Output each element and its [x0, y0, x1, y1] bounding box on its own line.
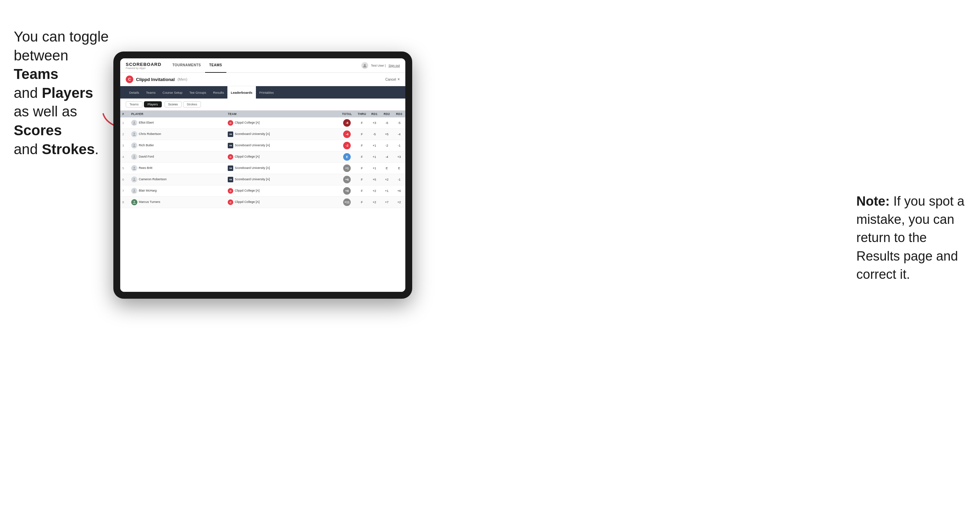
cell-player: Chris Robertson: [129, 129, 226, 140]
svg-point-6: [134, 167, 135, 168]
annotation-line2: between: [14, 48, 68, 63]
toggle-area: Teams Players Scores Strokes: [120, 98, 405, 111]
cell-rd2: -2: [380, 140, 393, 151]
col-rd3: RD3: [393, 111, 405, 117]
team-logo-c: C: [228, 120, 233, 125]
cell-rd3: +6: [393, 186, 405, 197]
team-logo-c: C: [228, 154, 233, 160]
table-row: 7Blair McHargCClippd College [A]+8F+2+1+…: [120, 186, 405, 197]
tab-leaderboards[interactable]: Leaderboards: [228, 86, 256, 98]
annotation-period: .: [95, 141, 99, 157]
cell-rd3: -1: [393, 140, 405, 151]
right-annotation: Note: If you spot a mistake, you can ret…: [856, 192, 966, 284]
cell-team: CClippd College [A]: [226, 151, 338, 163]
cell-rd1: +2: [368, 186, 380, 197]
tablet-frame: SCOREBOARD Powered by clippd TOURNAMENTS…: [113, 51, 412, 299]
powered-by: Powered by clippd: [126, 67, 161, 69]
player-avatar-icon: [131, 131, 137, 137]
table-row: 5Rees BrittSBScoreboard University [A]+1…: [120, 163, 405, 174]
scores-toggle[interactable]: Scores: [164, 101, 182, 108]
cell-rank: 1: [120, 117, 129, 129]
cell-player: Rich Butler: [129, 140, 226, 151]
svg-point-4: [134, 144, 135, 146]
table-row: 3Rich ButlerSBScoreboard University [A]-…: [120, 140, 405, 151]
tab-tee-groups[interactable]: Tee Groups: [186, 86, 210, 98]
tab-printables[interactable]: Printables: [256, 86, 277, 98]
cell-rd1: +1: [368, 151, 380, 163]
tournament-name: Clippd Invitational: [136, 77, 175, 82]
nav-teams[interactable]: TEAMS: [205, 58, 226, 73]
cell-rank: 5: [120, 163, 129, 174]
leaderboard-table: # PLAYER TEAM TOTAL THRU RD1 RD2 RD3 1El…: [120, 111, 405, 292]
cell-thru: F: [356, 117, 368, 129]
players-toggle[interactable]: Players: [144, 101, 162, 108]
cell-rd3: +2: [393, 197, 405, 208]
score-badge: E: [343, 153, 351, 161]
cell-rank: 7: [120, 186, 129, 197]
table-header-row: # PLAYER TEAM TOTAL THRU RD1 RD2 RD3: [120, 111, 405, 117]
cell-rd3: -4: [393, 129, 405, 140]
table-row: 4David FordCClippd College [A]EF+1-4+3: [120, 151, 405, 163]
app-logo: SCOREBOARD: [126, 62, 161, 67]
cell-player: Elliot Ebert: [129, 117, 226, 129]
cell-rd2: +7: [380, 197, 393, 208]
player-avatar-icon: [131, 188, 137, 194]
tab-course-setup[interactable]: Course Setup: [159, 86, 186, 98]
cell-team: SBScoreboard University [A]: [226, 129, 338, 140]
sub-nav: Details Teams Course Setup Tee Groups Re…: [120, 86, 405, 98]
svg-point-7: [134, 178, 135, 179]
cell-rd1: +1: [368, 163, 380, 174]
teams-bold: Teams: [14, 66, 58, 82]
score-badge: +8: [343, 187, 351, 195]
cell-rd1: +3: [368, 117, 380, 129]
tab-details[interactable]: Details: [126, 86, 143, 98]
cell-rd3: -5: [393, 117, 405, 129]
table-row: 6Cameron RobertsonSBScoreboard Universit…: [120, 174, 405, 186]
svg-point-5: [134, 156, 135, 157]
nav-tournaments[interactable]: TOURNAMENTS: [168, 58, 205, 73]
players-bold: Players: [42, 85, 93, 101]
cell-total: +1: [338, 163, 356, 174]
svg-point-9: [134, 201, 135, 202]
cell-total: +8: [338, 186, 356, 197]
team-logo-c: C: [228, 188, 233, 194]
player-avatar-icon: [131, 176, 137, 183]
team-logo-sb: SB: [228, 165, 233, 171]
teams-toggle[interactable]: Teams: [126, 101, 143, 108]
cell-thru: F: [356, 197, 368, 208]
cell-player: David Ford: [129, 151, 226, 163]
table-row: 1Elliot EbertCClippd College [A]-8F+3-6-…: [120, 117, 405, 129]
note-label: Note:: [856, 194, 890, 208]
cell-thru: F: [356, 129, 368, 140]
table-row: 2Chris RobertsonSBScoreboard University …: [120, 129, 405, 140]
cell-team: SBScoreboard University [A]: [226, 140, 338, 151]
table-row: 8Marcus TurnersCClippd College [A]+11F+2…: [120, 197, 405, 208]
score-badge: +1: [343, 165, 351, 172]
strokes-toggle[interactable]: Strokes: [183, 101, 201, 108]
user-avatar: [361, 62, 368, 69]
cell-rd2: E: [380, 163, 393, 174]
cell-team: SBScoreboard University [A]: [226, 163, 338, 174]
player-avatar-icon: [131, 199, 137, 205]
annotation-line3: and: [14, 85, 38, 101]
left-annotation: You can toggle between Teams and Players…: [14, 27, 110, 159]
cell-player: Cameron Robertson: [129, 174, 226, 186]
cell-thru: F: [356, 186, 368, 197]
cell-rd2: +1: [380, 186, 393, 197]
cell-rd2: +5: [380, 129, 393, 140]
cell-rd2: +2: [380, 174, 393, 186]
player-avatar-icon: [131, 143, 137, 149]
team-logo-sb: SB: [228, 177, 233, 182]
tab-results[interactable]: Results: [210, 86, 228, 98]
cell-thru: F: [356, 174, 368, 186]
tab-teams[interactable]: Teams: [143, 86, 159, 98]
cell-rd2: -4: [380, 151, 393, 163]
cell-rank: 6: [120, 174, 129, 186]
svg-point-2: [134, 122, 135, 123]
sign-out-link[interactable]: Sign out: [388, 64, 400, 67]
cell-rd3: E: [393, 163, 405, 174]
cell-rd3: +3: [393, 151, 405, 163]
cancel-button[interactable]: Cancel ×: [385, 77, 400, 82]
tournament-logo: C: [126, 76, 133, 83]
col-thru: THRU: [356, 111, 368, 117]
